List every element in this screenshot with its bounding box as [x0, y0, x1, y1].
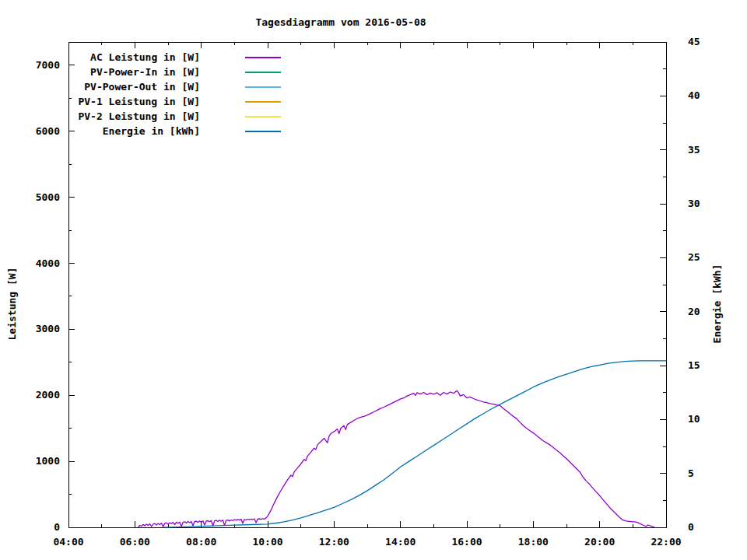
series-line-energie-in-kwh — [165, 361, 666, 527]
series-lines — [139, 361, 666, 527]
y-right-tick-label: 5 — [688, 467, 694, 479]
y-left-tick-label: 3000 — [36, 323, 60, 334]
y-left-tick-label: 1000 — [36, 455, 60, 467]
y-right-tick-label: 35 — [688, 144, 700, 156]
legend-label: PV-1 Leistung in [W] — [78, 96, 200, 107]
x-tick-label: 20:00 — [584, 536, 615, 548]
y-right-tick-label: 0 — [688, 521, 694, 533]
x-tick-label: 16:00 — [451, 536, 482, 548]
x-tick-label: 06:00 — [120, 536, 150, 548]
y-left-tick-label: 7000 — [36, 59, 60, 71]
y-right-tick-label: 25 — [688, 251, 700, 263]
y-right-tick-label: 10 — [688, 413, 700, 425]
y-right-tick-label: 30 — [688, 198, 700, 209]
chart: Tagesdiagramm vom 2016-05-08 Leistung [W… — [0, 0, 747, 560]
x-tick-label: 12:00 — [319, 536, 349, 548]
y-axis-label-left: Leistung [W] — [6, 246, 18, 362]
legend-label: PV-Power-In in [W] — [90, 66, 200, 78]
y-left-tick-label: 0 — [54, 521, 60, 533]
series-line-ac-leistung-in-w — [139, 390, 655, 527]
plot-svg: 04:0006:0008:0010:0012:0014:0016:0018:00… — [0, 0, 747, 560]
x-tick-label: 22:00 — [651, 536, 681, 548]
x-tick-label: 10:00 — [252, 536, 282, 548]
x-tick-label: 08:00 — [186, 536, 216, 548]
x-tick-label: 18:00 — [518, 536, 549, 548]
legend: AC Leistung in [W]PV-Power-In in [W]PV-P… — [78, 51, 281, 137]
y-right-tick-label: 15 — [688, 359, 700, 371]
x-tick-label: 14:00 — [385, 536, 416, 548]
y-right-tick-label: 45 — [688, 36, 700, 47]
legend-label: PV-Power-Out in [W] — [84, 81, 200, 93]
y-right-tick-label: 20 — [688, 306, 700, 317]
x-tick-label: 04:00 — [53, 536, 83, 548]
legend-label: Energie in [kWh] — [103, 125, 200, 137]
y-left-tick-label: 5000 — [36, 191, 60, 203]
legend-label: AC Leistung in [W] — [90, 51, 200, 63]
y-left-tick-label: 4000 — [36, 257, 60, 269]
y-left-tick-label: 6000 — [36, 125, 60, 137]
chart-title: Tagesdiagramm vom 2016-05-08 — [68, 16, 613, 28]
legend-label: PV-2 Leistung in [W] — [78, 110, 200, 122]
y-left-tick-label: 2000 — [36, 389, 60, 401]
y-axis-label-right: Energie [kWh] — [711, 246, 723, 362]
y-right-tick-label: 40 — [688, 89, 700, 101]
